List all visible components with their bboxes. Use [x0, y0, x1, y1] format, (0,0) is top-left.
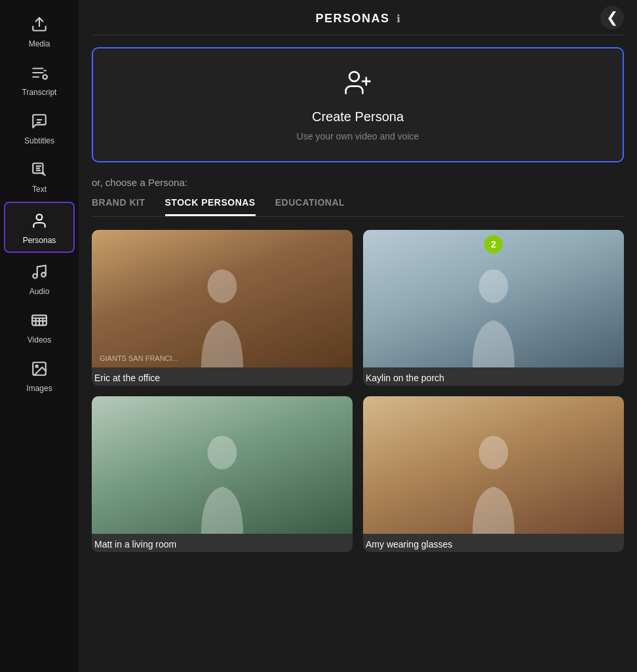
sidebar-item-videos[interactable]: Videos — [0, 303, 79, 351]
svg-point-4 — [43, 75, 47, 79]
persona-card-matt[interactable]: Matt in a living room — [92, 396, 353, 552]
sidebar-item-label: Videos — [28, 335, 51, 345]
sidebar-item-label: Personas — [23, 236, 56, 245]
page-title: PERSONAS — [315, 12, 389, 26]
main-panel: PERSONAS ℹ ❮ Create Persona Use your own… — [79, 0, 637, 672]
badge-2: 2 — [484, 235, 503, 253]
create-persona-title: Create Persona — [312, 109, 404, 124]
create-persona-subtitle: Use your own video and voice — [297, 131, 419, 141]
persona-thumb-eric: GIANTS SAN FRANCI... — [92, 230, 353, 367]
svg-point-20 — [36, 365, 38, 367]
svg-point-12 — [41, 272, 46, 277]
svg-point-25 — [479, 269, 509, 303]
svg-point-9 — [42, 172, 43, 174]
sidebar-item-label: Text — [32, 185, 47, 194]
sidebar-item-label: Audio — [29, 287, 50, 296]
svg-point-10 — [37, 214, 43, 220]
subtitles-icon — [31, 113, 48, 132]
sidebar-item-personas[interactable]: Personas — [4, 202, 75, 253]
tab-educational[interactable]: EDUCATIONAL — [275, 197, 345, 216]
persona-name-kaylin: Kaylin on the porch — [363, 367, 624, 386]
tab-stock-personas[interactable]: STOCK PERSONAS — [165, 197, 256, 216]
info-icon[interactable]: ℹ — [396, 12, 400, 25]
persona-name-amy: Amy wearing glasses — [363, 534, 624, 552]
videos-icon — [31, 312, 48, 331]
svg-point-11 — [33, 274, 37, 278]
svg-point-27 — [479, 436, 509, 469]
sidebar-item-label: Subtitles — [24, 136, 54, 145]
transcript-icon — [31, 64, 48, 84]
audio-icon — [31, 263, 48, 283]
create-persona-card[interactable]: Create Persona Use your own video and vo… — [92, 47, 624, 162]
sidebar-item-media[interactable]: Media — [0, 7, 79, 55]
personas-icon — [31, 212, 48, 232]
persona-thumb-amy — [363, 396, 624, 534]
sidebar: Media Transcript Subtitles — [0, 0, 79, 672]
persona-card-amy[interactable]: Amy wearing glasses — [363, 396, 624, 552]
persona-grid: 1 GIANTS SAN FRANCI... Eric at the offic… — [92, 230, 624, 552]
text-icon — [31, 161, 48, 181]
sidebar-item-transcript[interactable]: Transcript — [0, 55, 79, 103]
svg-point-21 — [349, 72, 359, 82]
persona-name-eric: Eric at the office — [92, 367, 353, 386]
persona-card-eric[interactable]: 1 GIANTS SAN FRANCI... Eric at the offic… — [92, 230, 353, 386]
or-choose-label: or, choose a Persona: — [92, 177, 624, 188]
sidebar-item-subtitles[interactable]: Subtitles — [0, 103, 79, 152]
sidebar-item-label: Media — [29, 39, 50, 48]
sidebar-item-images[interactable]: Images — [0, 351, 79, 400]
panel-header: PERSONAS ℹ ❮ — [92, 0, 624, 35]
images-icon — [31, 360, 48, 380]
svg-point-24 — [208, 269, 237, 303]
upload-icon — [31, 16, 48, 35]
persona-tabs: BRAND KIT STOCK PERSONAS EDUCATIONAL — [92, 197, 624, 217]
tab-brand-kit[interactable]: BRAND KIT — [92, 197, 145, 216]
sidebar-item-label: Transcript — [22, 88, 57, 97]
sidebar-item-audio[interactable]: Audio — [0, 254, 79, 303]
persona-thumb-matt — [92, 396, 353, 534]
svg-point-26 — [208, 436, 237, 469]
sidebar-item-text[interactable]: Text — [0, 152, 79, 200]
sidebar-item-label: Images — [26, 384, 52, 393]
back-button[interactable]: ❮ — [600, 6, 624, 29]
persona-name-matt: Matt in a living room — [92, 534, 353, 552]
add-person-icon — [343, 68, 372, 103]
persona-card-kaylin[interactable]: 2 Kaylin on the porch — [363, 230, 624, 386]
